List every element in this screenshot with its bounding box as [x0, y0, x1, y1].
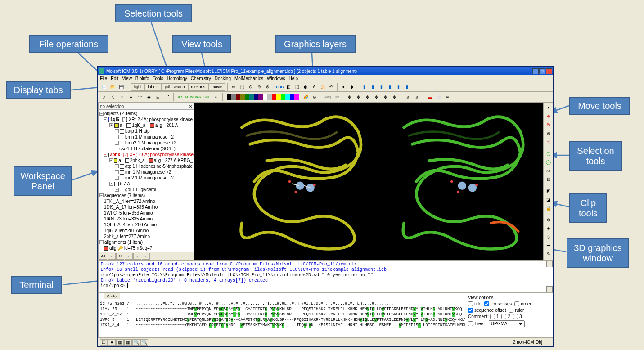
layer-all-icon[interactable]: ▮ [403, 83, 411, 91]
title-bar[interactable]: Molsoft ICM 3.5-1r ORRY [ C:\Program Fil… [98, 67, 553, 75]
site-label-icon[interactable]: SITE [203, 93, 211, 101]
alignment-view[interactable]: ✕ alig id=75 nSeq=7...........#E.Y....#G… [99, 293, 465, 337]
rotate-axis-icon[interactable]: ⟲ [545, 138, 553, 146]
minimize-button[interactable]: _ [532, 68, 539, 74]
misc-3-icon[interactable]: ◇ [545, 233, 553, 241]
script-icon[interactable]: 📜 [319, 83, 327, 91]
opt-c2[interactable]: 2 [501, 314, 510, 319]
view-sphere-icon[interactable]: ◐ [302, 83, 310, 91]
opt-ruler[interactable]: ruler [509, 308, 524, 313]
menu-bioinfo[interactable]: Bioinfo [135, 76, 149, 81]
mesh-icon[interactable]: ⊞ [154, 93, 162, 101]
wstab-6[interactable]: ▫ [142, 253, 150, 260]
tree-method-select[interactable]: UPGMA [489, 320, 525, 327]
misc-2-icon[interactable]: ◈ [545, 224, 553, 232]
menu-help[interactable]: Help [288, 76, 298, 81]
render-sphere-icon[interactable]: ● [339, 83, 347, 91]
undo-icon[interactable]: ↶ [327, 83, 335, 91]
sb-icon-5[interactable]: 🔍 [132, 339, 140, 346]
layer5-icon[interactable]: ▮ [394, 83, 402, 91]
bio-1-icon[interactable]: ☣ [404, 93, 412, 101]
select-chain-icon[interactable]: ⊗ [264, 83, 272, 91]
wstab-obj[interactable]: ▫ [108, 253, 116, 260]
layer1-icon[interactable]: ▮ [360, 83, 368, 91]
clip-front-icon[interactable]: ◩ [545, 187, 553, 195]
select-atom-icon[interactable]: ⊙ [247, 83, 255, 91]
opt-c3[interactable]: 3 [513, 314, 522, 319]
clear-icon[interactable]: ⬜ [435, 93, 443, 101]
layer3-icon[interactable]: ▮ [377, 83, 385, 91]
select-box-icon[interactable]: ▢ [545, 149, 553, 157]
select-label-icon[interactable]: A5 [545, 166, 553, 175]
fog-icon[interactable]: FOG [276, 83, 284, 91]
render-shade-icon[interactable]: ◗ [348, 83, 356, 91]
eyedropper-icon[interactable]: ⊙ [311, 93, 319, 101]
select-residue-icon[interactable]: ⊕ [255, 83, 263, 91]
surface-icon[interactable]: ◉ [145, 93, 153, 101]
sb-icon-4[interactable]: ▦ [124, 339, 132, 346]
chem-4-icon[interactable]: ✤ [373, 93, 381, 101]
view-cube-icon[interactable]: ⬚ [293, 83, 301, 91]
select-all-icon[interactable]: ⊡ [545, 175, 553, 183]
var-label-icon[interactable]: VAR [194, 93, 202, 101]
rotate-icon[interactable]: ↻ [545, 121, 553, 129]
ribbon-icon[interactable]: 〰 [136, 93, 144, 101]
zoom-icon[interactable]: ⊕ [545, 129, 553, 137]
move-icon[interactable]: ✥ [545, 112, 553, 120]
chem-6-icon[interactable]: ✤ [391, 93, 399, 101]
menu-tools[interactable]: Tools [153, 76, 163, 81]
center-icon[interactable]: ✦ [545, 103, 553, 112]
misc-4-icon[interactable]: ☰ [545, 241, 553, 249]
layer4-icon[interactable]: ▮ [386, 83, 394, 91]
menu-windows[interactable]: Windows [267, 76, 285, 81]
h-bond-icon[interactable]: ⋰ [163, 93, 171, 101]
wire-icon[interactable]: ⚞ [100, 93, 108, 101]
chem-2-icon[interactable]: ✤ [355, 93, 363, 101]
color-palette[interactable] [227, 94, 299, 100]
chem-5-icon[interactable]: ✤ [382, 93, 390, 101]
tab-light[interactable]: light [131, 83, 145, 91]
text-tool-icon[interactable]: A [310, 83, 318, 91]
menu-file[interactable]: File [100, 76, 107, 81]
select-rect-icon[interactable]: ▭ [230, 83, 238, 91]
new-file-icon[interactable]: 📄 [100, 83, 108, 91]
menu-view[interactable]: View [122, 76, 132, 81]
save-file-icon[interactable]: 💾 [117, 83, 125, 91]
wstab-5[interactable]: ▫ [133, 253, 141, 260]
workspace-tabs[interactable]: All ▫ ✕ ▫ ▫ ▫ [99, 252, 194, 260]
perspective-icon[interactable]: ◧ [284, 83, 293, 91]
bio-2-icon[interactable]: ☣ [413, 93, 421, 101]
alignment-tab[interactable]: ✕ alig [104, 293, 120, 299]
scroll-down-icon[interactable] [546, 286, 553, 292]
menu-chemistry[interactable]: Chemistry [191, 76, 211, 81]
lock-icon[interactable]: 🔒 [545, 204, 553, 212]
wstab-delete[interactable]: ✕ [116, 253, 124, 260]
sb-icon-2[interactable]: ● [108, 339, 116, 346]
menu-edit[interactable]: Edit [111, 76, 118, 81]
menu-docking[interactable]: Docking [215, 76, 231, 81]
maximize-button[interactable]: □ [539, 68, 545, 74]
select-lasso-icon[interactable]: ◯ [238, 83, 246, 91]
tab-labels[interactable]: labels [145, 83, 162, 91]
opt-tree[interactable]: Tree [468, 321, 483, 326]
chem-3-icon[interactable]: ✤ [364, 93, 372, 101]
stick-icon[interactable]: ⚟ [109, 93, 117, 101]
scroll-up-icon[interactable] [546, 261, 553, 267]
workspace-tree[interactable]: − objects (2 items) − 1ql6 [1] XR; 2.4A;… [99, 110, 194, 252]
tab-movie[interactable]: movie [208, 83, 225, 91]
ball-stick-icon[interactable]: ⚛ [118, 93, 126, 101]
wstab-all[interactable]: All [99, 253, 107, 260]
chem-1-icon[interactable]: ✤ [346, 93, 354, 101]
terminal[interactable]: Info> 127 colors and 16 graphic modes re… [98, 260, 553, 293]
opt-title[interactable]: title [468, 301, 482, 306]
opt-c1[interactable]: 1 [490, 314, 499, 319]
menu-homology[interactable]: Homology [167, 76, 187, 81]
opt-seq-offset[interactable]: sequence offset [468, 308, 506, 313]
clip-back-icon[interactable]: ◪ [545, 195, 553, 203]
wstab-4[interactable]: ▫ [125, 253, 133, 260]
res-label-icon[interactable]: RES [176, 93, 184, 101]
menu-molmechanics[interactable]: MolMechanics [234, 76, 263, 81]
gradient-icon[interactable]: 🌈 [302, 93, 310, 101]
tab-pdbsearch[interactable]: pdb search [162, 83, 188, 91]
open-file-icon[interactable]: 📂 [108, 83, 117, 91]
